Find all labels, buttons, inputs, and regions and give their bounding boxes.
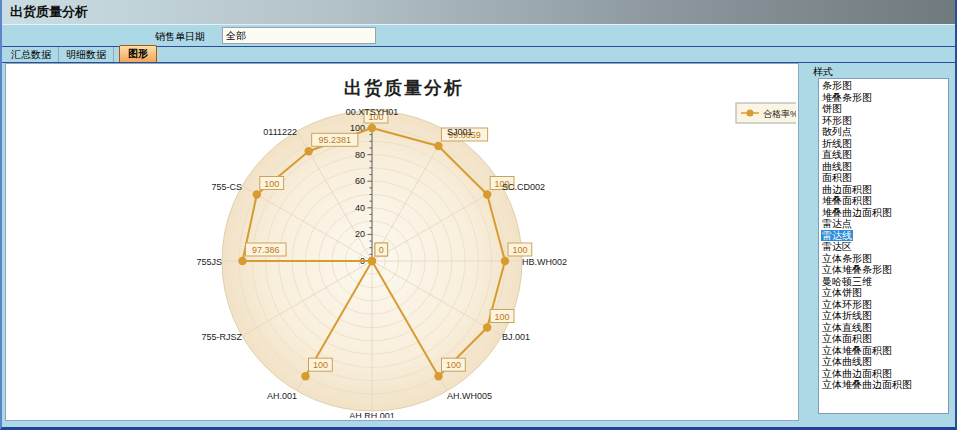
style-list-item[interactable]: 立体条形图: [821, 253, 948, 265]
category-label: 0111222: [263, 127, 297, 137]
category-label: HB.WH002: [522, 257, 567, 267]
data-point[interactable]: [483, 190, 491, 198]
style-list-item[interactable]: 立体直线图: [821, 322, 948, 334]
style-list-item[interactable]: 曲边面积图: [821, 184, 948, 196]
style-list-item[interactable]: 雷达区: [821, 241, 948, 253]
category-label: 00.XTSYH01: [346, 107, 399, 117]
style-list-item[interactable]: 立体堆叠面积图: [821, 345, 948, 357]
chart-title: 出货质量分析: [344, 78, 464, 98]
value-label: 100: [495, 312, 510, 322]
category-label: AH.WH005: [447, 391, 492, 401]
style-list-item[interactable]: 环形图: [821, 115, 948, 127]
axis-tick-label: 60: [355, 176, 365, 186]
data-point[interactable]: [483, 323, 491, 331]
style-panel-title: 样式: [813, 65, 833, 79]
style-list-item[interactable]: 立体堆叠条形图: [821, 264, 948, 276]
window-title: 出货质量分析: [0, 0, 957, 24]
value-label: 100: [264, 179, 279, 189]
style-list-item[interactable]: 立体环形图: [821, 299, 948, 311]
style-list-item[interactable]: 堆叠面积图: [821, 195, 948, 207]
tab-strip: 汇总数据明细数据图形: [0, 47, 957, 63]
style-list-item[interactable]: 立体面积图: [821, 333, 948, 345]
data-point[interactable]: [501, 257, 509, 265]
style-list-item[interactable]: 饼图: [821, 103, 948, 115]
style-list-item[interactable]: 立体曲边面积图: [821, 368, 948, 380]
category-label: 755-CS: [212, 182, 243, 192]
axis-tick-label: 20: [355, 229, 365, 239]
data-point[interactable]: [434, 372, 442, 380]
category-label: AH.RH.001: [349, 411, 395, 418]
value-label: 100: [446, 360, 461, 370]
date-filter-label: 销售单日期: [155, 30, 205, 44]
category-label: SC.CD002: [502, 182, 545, 192]
date-filter-input[interactable]: [222, 27, 376, 44]
category-label: AH.001: [267, 391, 297, 401]
style-list-item[interactable]: 立体折线图: [821, 310, 948, 322]
tab-2[interactable]: 图形: [119, 45, 157, 62]
value-label: 97.386: [252, 245, 280, 255]
style-list-item[interactable]: 堆叠曲边面积图: [821, 207, 948, 219]
data-point[interactable]: [304, 147, 312, 155]
category-label: 755JS: [196, 257, 222, 267]
style-list-item[interactable]: 曼哈顿三维: [821, 276, 948, 288]
style-list-item[interactable]: 立体曲线图: [821, 356, 948, 368]
style-list-item[interactable]: 雷达线: [821, 230, 948, 242]
legend-point-marker: [747, 110, 754, 117]
filter-toolbar: 销售单日期: [0, 24, 957, 47]
category-label: SJ001: [447, 127, 473, 137]
tab-1[interactable]: 明细数据: [59, 47, 114, 62]
value-label: 95.2381: [318, 135, 351, 145]
axis-tick-label: 80: [355, 150, 365, 160]
data-point[interactable]: [368, 257, 376, 265]
value-label: 0: [379, 245, 384, 255]
category-label: 755-RJSZ: [202, 332, 243, 342]
legend-label: 合格率%: [763, 109, 796, 119]
value-label: 100: [313, 360, 328, 370]
style-list-item[interactable]: 散列点: [821, 126, 948, 138]
data-point[interactable]: [434, 142, 442, 150]
style-list-item[interactable]: 条形图: [821, 80, 948, 92]
style-list-item[interactable]: 折线图: [821, 138, 948, 150]
style-list-item[interactable]: 曲线图: [821, 161, 948, 173]
style-list-item[interactable]: 雷达点: [821, 218, 948, 230]
tab-0[interactable]: 汇总数据: [4, 47, 59, 62]
style-list-item[interactable]: 面积图: [821, 172, 948, 184]
chart-panel: 出货质量分析02040608010010099.8659100100100100…: [5, 63, 799, 421]
style-list-item[interactable]: 立体饼图: [821, 287, 948, 299]
style-list-item[interactable]: 堆叠条形图: [821, 92, 948, 104]
data-point[interactable]: [301, 372, 309, 380]
style-list-item[interactable]: 立体堆叠曲边面积图: [821, 379, 948, 391]
data-point[interactable]: [368, 124, 376, 132]
style-list-item[interactable]: 直线图: [821, 149, 948, 161]
radar-chart-svg: 出货质量分析02040608010010099.8659100100100100…: [6, 64, 796, 418]
category-label: BJ.001: [502, 332, 530, 342]
value-label: 100: [512, 245, 527, 255]
style-listbox[interactable]: 条形图堆叠条形图饼图环形图散列点折线图直线图曲线图面积图曲边面积图堆叠面积图堆叠…: [818, 78, 949, 414]
axis-tick-label: 40: [355, 203, 365, 213]
data-point[interactable]: [238, 257, 246, 265]
data-point[interactable]: [253, 190, 261, 198]
